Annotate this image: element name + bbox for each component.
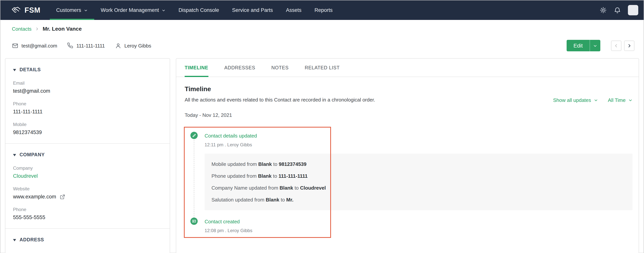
section-title: ADDRESS	[20, 236, 44, 244]
contact-card-icon	[190, 218, 198, 225]
details-section: DETAILS Email test@gmail.com Phone 111-1…	[5, 58, 170, 143]
nav-item-label: Work Order Management	[101, 7, 159, 13]
app-brand[interactable]: FSM	[11, 0, 40, 20]
chevron-down-icon	[594, 98, 598, 102]
timeline-date-group: Today - Nov 12, 2021	[185, 112, 632, 118]
tab-timeline[interactable]: TIMELINE	[185, 58, 208, 76]
nav-item-label: Service and Parts	[232, 7, 273, 13]
page-title: Mr. Leon Vance	[43, 26, 82, 32]
nav-item-service-and-parts[interactable]: Service and Parts	[226, 0, 280, 20]
chevron-down-icon	[593, 44, 597, 48]
nav-item-label: Dispatch Console	[178, 7, 219, 13]
contact-owner: Leroy Gibbs	[115, 42, 151, 49]
collapse-triangle-icon	[13, 239, 16, 241]
address-section-header[interactable]: ADDRESS	[13, 236, 162, 244]
filter-label: Show all updates	[553, 97, 591, 103]
field-email: Email test@gmail.com	[13, 80, 162, 94]
change-row: Salutation updated from Blank to Mr.	[212, 194, 626, 206]
chevron-down-icon	[628, 98, 632, 102]
event-title-link[interactable]: Contact details updated	[204, 132, 257, 139]
timeline-title: Timeline	[185, 86, 632, 93]
edit-button-group: Edit	[566, 40, 600, 51]
app-window: FSM Customers Work Order Management Disp…	[0, 0, 644, 253]
field-mobile: Mobile 9812374539	[13, 122, 162, 136]
edit-button[interactable]: Edit	[566, 40, 590, 51]
tab-related-list[interactable]: RELATED LIST	[305, 58, 340, 76]
edit-dropdown-button[interactable]	[590, 40, 600, 51]
field-company: Company Cloudrevel	[13, 166, 162, 179]
navbar-actions	[600, 0, 644, 20]
breadcrumb-contacts-link[interactable]: Contacts	[12, 26, 32, 32]
section-title: COMPANY	[20, 151, 45, 158]
field-value: 111-111-1111	[13, 109, 162, 115]
field-phone: Phone 111-111-1111	[13, 101, 162, 115]
contact-owner-value: Leroy Gibbs	[124, 43, 151, 48]
field-website: Website www.example.com	[13, 186, 162, 200]
nav-item-assets[interactable]: Assets	[280, 0, 308, 20]
address-section: ADDRESS	[5, 228, 170, 251]
field-label: Website	[13, 186, 162, 192]
next-record-button[interactable]	[624, 40, 634, 51]
contact-email: test@gmail.com	[12, 42, 57, 49]
collapse-triangle-icon	[13, 154, 16, 156]
external-link-icon[interactable]	[60, 194, 65, 200]
notifications-bell-icon[interactable]	[614, 6, 621, 14]
field-label: Company	[13, 166, 162, 171]
nav-item-label: Reports	[314, 7, 333, 13]
nav-item-label: Assets	[286, 7, 302, 13]
email-envelope-icon	[12, 42, 18, 49]
event-meta: 12:11 pm . Leroy Gibbs	[204, 142, 632, 148]
field-label: Phone	[13, 101, 162, 106]
header-actions: Edit	[566, 40, 634, 51]
timeline-body: Timeline All the actions and events rela…	[176, 77, 639, 233]
section-title: DETAILS	[20, 66, 41, 74]
collapse-triangle-icon	[13, 69, 16, 71]
event-meta: 12:08 pm . Leroy Gibbs	[204, 228, 632, 233]
timeline-filters: Show all updates All Time	[553, 97, 633, 103]
brand-name: FSM	[24, 6, 40, 14]
timeline-panel: TIMELINE ADDRESSES NOTES RELATED LIST Ti…	[176, 58, 639, 253]
top-navbar: FSM Customers Work Order Management Disp…	[0, 0, 644, 20]
details-panel: DETAILS Email test@gmail.com Phone 111-1…	[5, 58, 170, 253]
company-section: COMPANY Company Cloudrevel Website www.e…	[5, 143, 170, 228]
timeline-event-contact-updated: Contact details updated 12:11 pm . Leroy…	[204, 132, 632, 210]
record-pager	[611, 40, 634, 51]
time-range-filter[interactable]: All Time	[608, 97, 632, 103]
chevron-down-icon	[162, 8, 166, 12]
nav-item-label: Customers	[56, 7, 81, 13]
change-row: Mobile updated from Blank to 9812374539	[212, 158, 626, 170]
previous-record-button[interactable]	[611, 40, 622, 51]
contact-phone: 111-111-1111	[67, 42, 105, 49]
website-link[interactable]: www.example.com	[13, 194, 56, 200]
nav-item-reports[interactable]: Reports	[308, 0, 339, 20]
main-nav: Customers Work Order Management Dispatch…	[50, 0, 339, 20]
nav-item-customers[interactable]: Customers	[50, 0, 94, 20]
event-title-link[interactable]: Contact created	[204, 218, 240, 225]
owner-person-icon	[115, 42, 121, 49]
field-value: test@gmail.com	[13, 88, 162, 94]
settings-gear-icon[interactable]	[600, 6, 607, 14]
nav-item-work-order-management[interactable]: Work Order Management	[94, 0, 172, 20]
tab-notes[interactable]: NOTES	[272, 58, 289, 76]
main-content: DETAILS Email test@gmail.com Phone 111-1…	[5, 58, 639, 253]
field-value: 9812374539	[13, 130, 162, 136]
contact-email-value: test@gmail.com	[22, 43, 57, 48]
tab-bar: TIMELINE ADDRESSES NOTES RELATED LIST	[176, 58, 639, 77]
change-row: Company Name updated from Blank to Cloud…	[212, 182, 626, 194]
show-all-updates-filter[interactable]: Show all updates	[553, 97, 598, 103]
company-section-header[interactable]: COMPANY	[13, 151, 162, 158]
field-label: Email	[13, 80, 162, 86]
nav-item-dispatch-console[interactable]: Dispatch Console	[172, 0, 226, 20]
details-section-header[interactable]: DETAILS	[13, 66, 162, 74]
field-value: 555-555-5555	[13, 214, 162, 221]
chevron-right-icon	[35, 26, 39, 31]
tab-addresses[interactable]: ADDRESSES	[224, 58, 255, 76]
timeline-event-contact-created: Contact created 12:08 pm . Leroy Gibbs	[204, 218, 632, 233]
company-link[interactable]: Cloudrevel	[13, 173, 162, 179]
contact-summary-bar: test@gmail.com 111-111-1111 Leroy Gibbs …	[0, 40, 644, 51]
contact-phone-value: 111-111-1111	[76, 43, 105, 48]
chevron-left-icon	[614, 43, 619, 48]
filter-label: All Time	[608, 97, 626, 103]
field-label: Phone	[13, 207, 162, 212]
user-avatar[interactable]	[628, 5, 638, 15]
